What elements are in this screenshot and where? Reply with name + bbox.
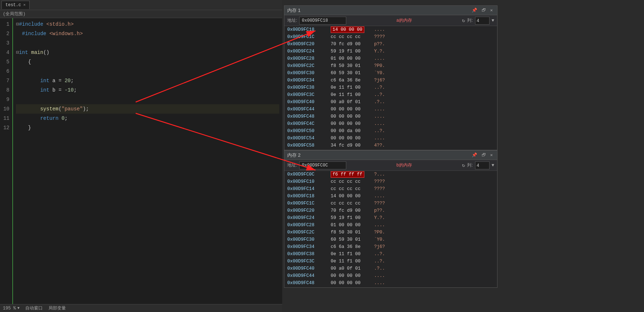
memory2-restore-icon[interactable]: 🗗 (480, 152, 487, 158)
memory1-col-label: 列: (467, 17, 473, 24)
code-line-10: ⇒ system ( "pause" ); (16, 104, 279, 114)
line-num: 4 (3, 48, 9, 57)
memory1-restore-icon[interactable]: 🗗 (480, 8, 487, 13)
memory2-addr-input[interactable] (299, 161, 346, 169)
memory1-row: 0x00D9FC5C00 00 00 00.... (284, 149, 497, 150)
memory1-col-input[interactable] (475, 17, 490, 25)
code-line-5: { (16, 57, 279, 67)
memory1-addr-cell: 0x00D9FC2C (284, 62, 328, 69)
memory1-table-container[interactable]: 0x00D9FC1814 00 00 00....0x00D9FC1Ccc cc… (284, 26, 497, 150)
line-num: 1 (3, 20, 9, 29)
memory1-hex-cell: 00 00 00 00 (328, 106, 371, 113)
memory2-row: 0x00D9FC1814 00 00 00.... (284, 193, 497, 200)
memory2-hex-cell: 70 fc d9 00 (328, 207, 371, 214)
memory2-ascii-cell: ???? (371, 200, 497, 207)
memory2-ascii-cell: ..?. (371, 258, 497, 265)
string-stdio: <stdio.h> (46, 20, 74, 29)
memory1-hex-cell: f8 50 30 01 (328, 62, 371, 69)
keyword-int-a: int (40, 76, 49, 85)
memory1-ascii-cell: ?j6? (371, 77, 497, 84)
code-line-1: ⊟ #include <stdio.h> (16, 20, 279, 29)
tab-close-icon[interactable]: × (23, 3, 26, 7)
memory2-ascii-cell: .... (371, 279, 497, 287)
memory1-close-icon[interactable]: ✕ (489, 8, 494, 13)
memory1-addr-cell: 0x00D9FC50 (284, 127, 328, 135)
file-tab[interactable]: test.c × (1, 1, 30, 9)
line-num: 11 (3, 114, 9, 123)
memory2-row: 0x00D9FC10cc cc cc cc???? (284, 178, 497, 185)
memory2-ascii-cell: .... (371, 222, 497, 229)
memory1-row: 0x00D9FC4800 00 00 00.... (284, 113, 497, 120)
memory2-addr-cell: 0x00D9FC38 (284, 250, 328, 258)
memory2-row: 0x00D9FC2Cf8 50 30 01?P0. (284, 229, 497, 236)
memory1-ascii-cell: .... (371, 106, 497, 113)
memory1-title: 内存 1 (287, 7, 301, 14)
memory2-addr-cell: 0x00D9FC24 (284, 214, 328, 222)
memory2-hex-cell: c6 6a 36 8e (328, 243, 371, 250)
memory1-ascii-cell: .... (371, 55, 497, 62)
code-content[interactable]: ⊟ #include <stdio.h> #include <windows.h… (13, 18, 282, 304)
line-num: 2 (3, 29, 9, 38)
memory2-addr-label: 地址: (287, 162, 297, 168)
memory1-ascii-cell: .... (371, 149, 497, 150)
memory2-ascii-cell: ..?. (371, 250, 497, 258)
memory1-row: 0x00D9FC4C00 00 00 00.... (284, 120, 497, 127)
code-editor: test.c × (全局范围) 1 2 3 4 5 6 7 8 9 10 11 … (0, 0, 282, 312)
memory1-hex-cell: 00 00 da 00 (328, 127, 371, 135)
memory2-addr-cell: 0x00D9FC28 (284, 222, 328, 229)
memory2-col-input[interactable] (475, 161, 490, 169)
memory1-refresh-icon[interactable]: ↻ (462, 17, 465, 24)
memory1-ascii-cell: ?P0. (371, 62, 497, 69)
memory2-hex-cell: cc cc cc cc (328, 185, 371, 193)
memory1-ascii-cell: ..?. (371, 127, 497, 135)
fn-system: system (40, 104, 58, 114)
memory2-col-arrow[interactable]: ▼ (492, 163, 494, 168)
memory2-row: 0x00D9FC14cc cc cc cc???? (284, 185, 497, 193)
memory2-close-icon[interactable]: ✕ (489, 152, 494, 158)
memory1-ascii-cell: .... (371, 26, 497, 33)
code-line-2: #include <windows.h> (16, 29, 279, 38)
memory2-addr-cell: 0x00D9FC4C (284, 287, 328, 287)
memory2-hex-cell: 00 00 00 00 (328, 279, 371, 287)
memory1-addr-cell: 0x00D9FC20 (284, 41, 328, 48)
memory2-table-container[interactable]: 0x00D9FC0Cf6 ff ff ff?...0x00D9FC10cc cc… (284, 171, 497, 287)
code-line-3 (16, 38, 279, 48)
memory2-addr-cell: 0x00D9FC1C (284, 200, 328, 207)
memory1-row: 0x00D9FC5000 00 da 00..?. (284, 127, 497, 135)
memory1-ascii-cell: .... (371, 120, 497, 127)
code-line-4: ⊟ int main () (16, 48, 279, 57)
memory2-toolbar: 地址: b的内存 ↻ 列: ▼ (284, 160, 497, 171)
collapse-icon-1[interactable]: ⊟ (16, 20, 19, 29)
code-line-12: } (16, 123, 279, 132)
keyword-int-b: int (40, 85, 49, 95)
collapse-icon-4[interactable]: ⊟ (16, 48, 19, 57)
memory1-row: 0x00D9FC5400 00 00 00.... (284, 135, 497, 142)
memory2-pin-icon[interactable]: 📌 (470, 152, 479, 158)
memory2-refresh-icon[interactable]: ↻ (462, 162, 465, 168)
code-line-8: int b = -10 ; (16, 85, 279, 95)
memory2-hex-cell: 01 00 00 00 (328, 222, 371, 229)
memory1-ascii-cell: .?.. (371, 98, 497, 106)
memory1-addr-input[interactable] (299, 17, 346, 25)
memory1-col-arrow[interactable]: ▼ (492, 18, 494, 23)
num-20: 20 (64, 76, 71, 85)
line-num: 3 (3, 38, 9, 48)
memory2-row: 0x00D9FC1Ccc cc cc cc???? (284, 200, 497, 207)
memory2-ascii-cell: .... (371, 287, 497, 287)
memory2-addr-cell: 0x00D9FC3C (284, 258, 328, 265)
memory1-pin-icon[interactable]: 📌 (470, 8, 479, 13)
memory-panel-2: 内存 2 📌 🗗 ✕ 地址: b的内存 ↻ 列: ▼ 0x00D9FC0Cf6 … (284, 150, 497, 288)
zoom-control[interactable]: 195 % ▼ (3, 306, 20, 311)
memory1-row: 0x00D9FC2Cf8 50 30 01?P0. (284, 62, 497, 69)
memory2-hex-cell: 59 19 f1 00 (328, 214, 371, 222)
zoom-dropdown-icon[interactable]: ▼ (17, 306, 20, 310)
line-num: 6 (3, 67, 9, 76)
memory1-row: 0x00D9FC380e 11 f1 00..?. (284, 84, 497, 91)
memory2-addr-cell: 0x00D9FC10 (284, 178, 328, 185)
line-num: 8 (3, 85, 9, 95)
memory2-hex-cell: 0e 11 f1 00 (328, 258, 371, 265)
memory1-ascii-cell: 4??. (371, 142, 497, 149)
memory1-hex-cell: cc cc cc cc (328, 33, 371, 41)
memory2-row: 0x00D9FC2459 19 f1 00Y.?. (284, 214, 497, 222)
bottom-bar: 195 % ▼ 自动窗口 局部变量 (0, 304, 282, 312)
